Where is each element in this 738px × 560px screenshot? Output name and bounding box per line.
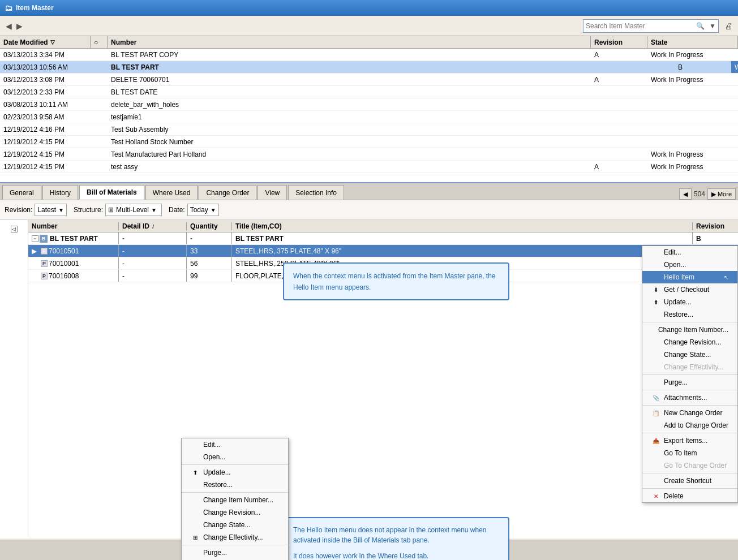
right-attach-icon: 📎 (651, 393, 660, 402)
menu-right-purge[interactable]: Purge... (642, 376, 737, 389)
menu-bom-change-state[interactable]: Change State... (182, 519, 288, 531)
bom-col-title: Title (Item,CO) (232, 222, 693, 230)
tab-general[interactable]: General (2, 185, 41, 200)
tree-expander[interactable]: − (32, 235, 38, 242)
restore-icon (191, 480, 200, 489)
menu-right-edit[interactable]: Edit... (642, 246, 737, 259)
bom-col-detail: Detail ID / (119, 222, 187, 230)
menu-separator (642, 374, 737, 375)
collapse-btn[interactable]: ◁ (11, 226, 18, 232)
menu-right-go-to-change-order[interactable]: Go To Change Order (642, 459, 737, 472)
date-dropdown[interactable]: Today ▼ (187, 204, 219, 216)
revision-dropdown[interactable]: Latest ▼ (35, 204, 67, 216)
app-icon: 🗂 (5, 3, 12, 12)
menu-bom-purge[interactable]: Purge... (182, 546, 288, 559)
list-item[interactable]: 03/08/2013 10:11 AM delete_bar_with_hole… (0, 98, 738, 111)
search-button[interactable]: 🔍 (694, 21, 707, 31)
list-item[interactable]: 12/19/2012 4:15 PM Test Holland Stock Nu… (0, 136, 738, 148)
menu-separator (182, 464, 288, 465)
bom-toolbar: Revision: Latest ▼ Structure: ⊞ Multi-Le… (0, 200, 738, 220)
menu-right-export-items[interactable]: 📤 Export Items... (642, 434, 737, 447)
callout-bottom: The Hello Item menu does not appear in t… (283, 517, 509, 537)
tab-bill-of-materials[interactable]: Bill of Materials (79, 185, 144, 200)
menu-right-change-state[interactable]: Change State... (642, 348, 737, 361)
menu-right-hello-item[interactable]: Hello Item ↖ (642, 271, 737, 283)
bom-child3-number: 70016008 (49, 272, 79, 280)
date-value: Today (190, 206, 208, 214)
col-header-date[interactable]: Date Modified ▽ (0, 36, 91, 48)
child-icon: P (41, 248, 48, 255)
list-item-selected[interactable]: 03/13/2013 10:56 AM BL TEST PART B Work … (0, 61, 738, 74)
tab-change-order[interactable]: Change Order (199, 185, 256, 200)
toolbar-back-btn[interactable]: ◀ (5, 20, 13, 32)
menu-bom-edit[interactable]: Edit... (182, 438, 288, 451)
menu-right-get-checkout[interactable]: ⬇ Get / Checkout (642, 283, 737, 296)
effectivity-icon: ⊞ (191, 533, 200, 542)
col-header-revision[interactable]: Revision (591, 36, 647, 48)
menu-bom-open[interactable]: Open... (182, 451, 288, 463)
tree-line-indent (32, 260, 41, 268)
col-header-number[interactable]: Number (108, 36, 591, 48)
revision-dropdown-arrow: ▼ (58, 207, 64, 213)
date-label: Date: (169, 206, 185, 214)
structure-label: Structure: (74, 206, 103, 214)
tree-line-indent (32, 272, 41, 280)
tree-line-indent: ▶ (32, 247, 41, 255)
right-update-icon: ⬆ (651, 298, 660, 307)
col-header-state[interactable]: State (647, 36, 738, 48)
item-list: Date Modified ▽ ○ Number Revision State … (0, 36, 738, 183)
list-item[interactable]: 12/19/2012 4:15 PM Test Manufactured Par… (0, 148, 738, 161)
list-header: Date Modified ▽ ○ Number Revision State (0, 36, 738, 49)
menu-right-restore[interactable]: Restore... (642, 308, 737, 321)
search-input[interactable] (583, 21, 694, 31)
menu-right-new-change-order[interactable]: 📋 New Change Order (642, 407, 737, 419)
tabs-container: General History Bill of Materials Where … (0, 183, 738, 540)
menu-right-add-to-change-order[interactable]: Add to Change Order (642, 419, 737, 432)
menu-right-open[interactable]: Open... (642, 259, 737, 271)
app-title: Item Master (16, 4, 54, 12)
list-item[interactable]: 12/19/2012 4:15 PM test assy A Work In P… (0, 161, 738, 173)
bom-item-icon: B (40, 235, 48, 243)
checkout-icon: ⬇ (651, 285, 660, 294)
search-dropdown-btn[interactable]: ▼ (707, 21, 718, 31)
menu-bom-change-effectivity[interactable]: ⊞ Change Effectivity... (182, 531, 288, 544)
menu-right-change-effectivity[interactable]: Change Effectivity... (642, 361, 737, 373)
menu-separator (642, 433, 737, 433)
bom-row-parent[interactable]: − B BL TEST PART - - BL TEST PART B (28, 232, 738, 245)
bom-table-header: Number Detail ID / Quantity Title (Item,… (28, 220, 738, 232)
menu-right-change-revision[interactable]: Change Revision... (642, 336, 737, 348)
toolbar-icons: 🖨 (723, 20, 733, 32)
tab-history[interactable]: History (42, 185, 78, 200)
revision-field: Revision: Latest ▼ (5, 204, 67, 216)
structure-value: Multi-Level (116, 206, 149, 214)
bom-col-number: Number (28, 222, 119, 230)
tab-view[interactable]: View (258, 185, 287, 200)
menu-bom-restore[interactable]: Restore... (182, 479, 288, 491)
menu-bom-change-revision[interactable]: Change Revision... (182, 506, 288, 519)
print-icon[interactable]: 🖨 (723, 20, 733, 32)
list-item[interactable]: 03/13/2013 3:34 PM BL TEST PART COPY A W… (0, 49, 738, 61)
next-page-btn[interactable]: ▶ More (707, 188, 736, 200)
callout-bottom-line1: The Hello Item menu does not appear in t… (293, 525, 499, 537)
tab-selection-info[interactable]: Selection Info (288, 185, 344, 200)
toolbar-forward-btn[interactable]: ▶ (15, 20, 24, 32)
prev-page-btn[interactable]: ◀ (679, 188, 692, 200)
bom-row-child1[interactable]: ▶ P 70010501 - 33 STEEL,HRS,.375 PLATE,4… (28, 245, 738, 257)
list-item[interactable]: 03/12/2013 3:08 PM DELETE 70060701 A Wor… (0, 74, 738, 86)
menu-right-update[interactable]: ⬆ Update... (642, 296, 737, 308)
menu-bom-change-item-number[interactable]: Change Item Number... (182, 494, 288, 506)
menu-bom-update[interactable]: ⬆ Update... (182, 466, 288, 479)
tab-where-used[interactable]: Where Used (145, 185, 198, 200)
callout-top-text: When the context menu is activated from … (293, 272, 496, 291)
structure-dropdown[interactable]: ⊞ Multi-Level ▼ (105, 204, 162, 216)
menu-right-attachments[interactable]: 📎 Attachments... (642, 391, 737, 404)
menu-right-change-item-number[interactable]: Change Item Number... (642, 324, 737, 336)
menu-separator (642, 488, 737, 489)
list-item[interactable]: 02/23/2013 9:58 AM testjamie1 (0, 111, 738, 123)
menu-right-go-to-item[interactable]: Go To Item (642, 447, 737, 459)
list-item[interactable]: 03/12/2013 2:33 PM BL TEST DATE (0, 86, 738, 98)
list-item[interactable]: 12/19/2012 4:16 PM Test Sub Assembly (0, 123, 738, 136)
search-box: 🔍 ▼ (583, 19, 719, 33)
menu-right-delete[interactable]: ✕ Delete (642, 490, 737, 502)
menu-right-create-shortcut[interactable]: Create Shortcut (642, 475, 737, 487)
